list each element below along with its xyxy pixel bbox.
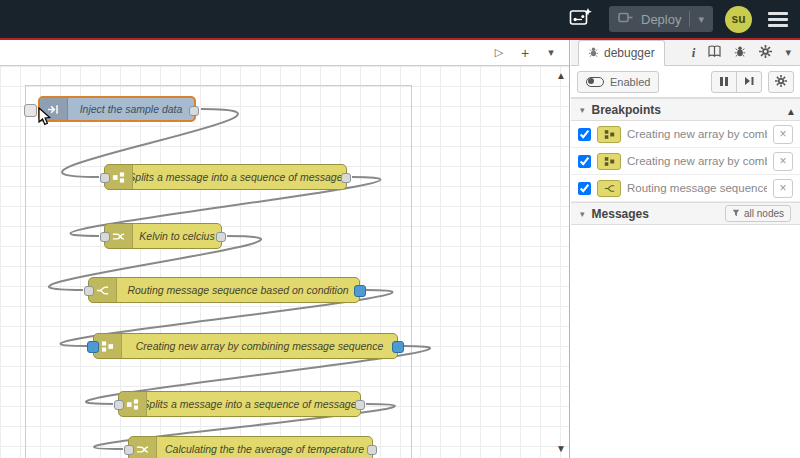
sparkle-node-icon	[569, 7, 593, 31]
sidebar-tab-bar: debugger i ▾	[571, 40, 800, 66]
node-type-join-icon	[597, 153, 621, 170]
flow-node-join-1[interactable]: Creating new array by combining message …	[93, 333, 398, 359]
node-label: Kelvin to celcius	[133, 224, 221, 248]
node-red-app: Deploy ▾ su ▷ + ▾ ▲ ▼ Inject the sample …	[0, 0, 800, 458]
remove-breakpoint-button[interactable]: ×	[773, 152, 793, 171]
node-output-port[interactable]	[355, 400, 365, 410]
node-output-port[interactable]	[216, 232, 226, 242]
config-nodes-tab-button[interactable]	[759, 45, 772, 61]
deploy-label: Deploy	[641, 12, 681, 27]
breakpoints-list: Creating new array by combining message …	[571, 121, 800, 202]
user-avatar[interactable]: su	[725, 6, 752, 33]
add-flow-button[interactable]: +	[515, 43, 535, 63]
chevron-down-icon: ▾	[580, 105, 585, 115]
node-input-port[interactable]	[100, 173, 110, 183]
info-tab-button[interactable]: i	[692, 45, 696, 61]
flow-node-switch-1[interactable]: Routing message sequence based on condit…	[88, 277, 360, 303]
node-output-port[interactable]	[341, 173, 351, 183]
breakpoints-title: Breakpoints	[592, 103, 661, 117]
flow-tab-bar: ▷ + ▾	[0, 40, 569, 66]
toggle-icon	[586, 77, 604, 87]
node-type-switch-icon	[597, 180, 621, 197]
deploy-button[interactable]: Deploy ▾	[609, 6, 713, 32]
node-output-port[interactable]	[367, 445, 377, 455]
debugger-tab-label: debugger	[604, 46, 655, 60]
breakpoint-row: Creating new array by combining message …	[571, 121, 800, 148]
sidebar-scroll-up-arrow[interactable]: ▲	[786, 106, 796, 117]
sidebar: debugger i ▾ Enabled	[571, 40, 800, 458]
step-icon	[744, 76, 754, 88]
node-input-port[interactable]	[124, 445, 134, 455]
flow-node-inject[interactable]: Inject the sample data	[38, 96, 196, 122]
header: Deploy ▾ su	[0, 0, 800, 40]
debugger-tab-icon	[588, 46, 599, 60]
step-button[interactable]	[736, 71, 762, 93]
remove-breakpoint-button[interactable]: ×	[773, 179, 793, 198]
enabled-label: Enabled	[610, 76, 650, 88]
chevron-down-icon: ▾	[580, 209, 585, 219]
node-label: Routing message sequence based on condit…	[117, 278, 359, 302]
deploy-options-caret[interactable]: ▾	[698, 13, 704, 26]
node-input-port[interactable]	[87, 341, 99, 353]
bug-icon	[734, 45, 746, 60]
breakpoint-row: Creating new array by combining message …	[571, 148, 800, 175]
breakpoint-row: Routing message sequence based on condit…	[571, 175, 800, 202]
messages-section-header[interactable]: ▾ Messages all nodes	[571, 202, 800, 225]
canvas-scroll-down-arrow[interactable]: ▼	[556, 443, 566, 454]
flow-list-caret-button[interactable]: ▾	[541, 43, 561, 63]
breakpoint-label: Routing message sequence based on condit…	[627, 182, 767, 194]
debugger-toolbar: Enabled	[571, 66, 800, 98]
filter-funnel-icon	[732, 208, 740, 219]
messages-title: Messages	[592, 207, 649, 221]
canvas-scroll-up-arrow[interactable]: ▲	[556, 70, 566, 81]
sidebar-menu-caret-button[interactable]: ▾	[785, 46, 791, 59]
node-label: Splits a message into a sequence of mess…	[133, 165, 346, 189]
main-menu-button[interactable]	[764, 8, 792, 31]
info-icon: i	[692, 45, 696, 61]
pause-button[interactable]	[711, 71, 737, 93]
node-input-port[interactable]	[100, 232, 110, 242]
debugger-settings-button[interactable]	[768, 71, 794, 93]
flow-node-split-2[interactable]: Splits a message into a sequence of mess…	[118, 391, 361, 417]
node-label: Inject the sample data	[68, 98, 194, 120]
inject-trigger-button[interactable]	[24, 104, 37, 117]
node-input-port[interactable]	[114, 400, 124, 410]
breakpoint-enabled-checkbox[interactable]	[578, 155, 591, 168]
node-output-port[interactable]	[354, 285, 366, 297]
debugger-toolbar-right	[711, 71, 794, 93]
breakpoint-label: Creating new array by combining message …	[627, 128, 767, 140]
breakpoint-enabled-checkbox[interactable]	[578, 128, 591, 141]
deploy-separator	[689, 11, 690, 27]
flow-workspace[interactable]: ▲ ▼ Inject the sample dataSplits a messa…	[0, 66, 569, 458]
remove-breakpoint-button[interactable]: ×	[773, 125, 793, 144]
flow-canvas-region: ▷ + ▾ ▲ ▼ Inject the sample dataSplits a…	[0, 40, 570, 458]
debug-messages-tab-button[interactable]	[734, 45, 746, 60]
node-label: Creating new array by combining message …	[122, 334, 397, 358]
node-label: Splits a message into a sequence of mess…	[147, 392, 360, 416]
help-tab-button[interactable]	[708, 45, 721, 60]
node-output-port[interactable]	[189, 106, 199, 116]
filter-label: all nodes	[744, 208, 784, 219]
flow-node-change-1[interactable]: Kelvin to celcius	[104, 223, 222, 249]
gear-icon	[775, 75, 787, 89]
pause-icon	[720, 77, 728, 86]
message-filter-button[interactable]: all nodes	[725, 205, 791, 222]
book-icon	[708, 45, 721, 60]
node-output-port[interactable]	[392, 341, 404, 353]
node-type-join-icon	[597, 126, 621, 143]
breakpoint-label: Creating new array by combining message …	[627, 155, 767, 167]
debugger-enabled-toggle[interactable]: Enabled	[577, 71, 659, 93]
node-input-port[interactable]	[84, 286, 94, 296]
breakpoints-section-header[interactable]: ▾ Breakpoints	[571, 98, 800, 121]
flow-node-average-1[interactable]: Calculating the the average of temperatu…	[128, 436, 373, 458]
tab-scroll-right-button[interactable]: ▷	[489, 43, 509, 63]
gear-icon	[759, 45, 772, 61]
flow-assistant-button[interactable]	[565, 5, 597, 33]
breakpoint-enabled-checkbox[interactable]	[578, 182, 591, 195]
node-label: Calculating the the average of temperatu…	[157, 437, 372, 458]
sidebar-tab-icons: i ▾	[692, 40, 800, 65]
tab-debugger[interactable]: debugger	[578, 40, 665, 66]
header-actions: Deploy ▾ su	[565, 0, 792, 38]
flow-node-split-1[interactable]: Splits a message into a sequence of mess…	[104, 164, 347, 190]
mouse-cursor	[38, 107, 52, 127]
